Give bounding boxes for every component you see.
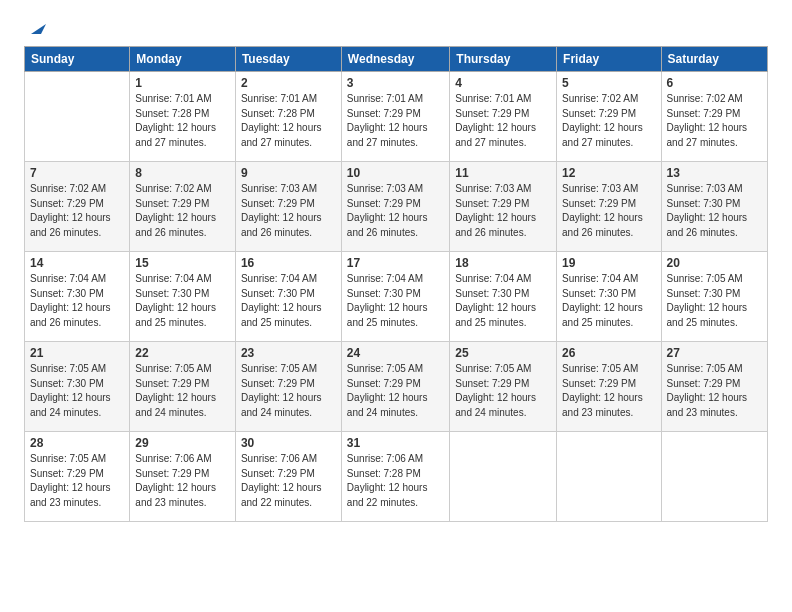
day-number: 1	[135, 76, 230, 90]
day-info: Sunrise: 7:03 AMSunset: 7:29 PMDaylight:…	[455, 182, 551, 240]
day-number: 17	[347, 256, 444, 270]
day-number: 13	[667, 166, 762, 180]
calendar-cell: 29Sunrise: 7:06 AMSunset: 7:29 PMDayligh…	[130, 432, 236, 522]
day-info: Sunrise: 7:01 AMSunset: 7:28 PMDaylight:…	[135, 92, 230, 150]
calendar-table: SundayMondayTuesdayWednesdayThursdayFrid…	[24, 46, 768, 522]
calendar-cell: 26Sunrise: 7:05 AMSunset: 7:29 PMDayligh…	[557, 342, 661, 432]
day-info: Sunrise: 7:05 AMSunset: 7:29 PMDaylight:…	[30, 452, 124, 510]
weekday-header-sunday: Sunday	[25, 47, 130, 72]
day-number: 14	[30, 256, 124, 270]
calendar-cell: 27Sunrise: 7:05 AMSunset: 7:29 PMDayligh…	[661, 342, 767, 432]
calendar-cell: 15Sunrise: 7:04 AMSunset: 7:30 PMDayligh…	[130, 252, 236, 342]
calendar-cell: 25Sunrise: 7:05 AMSunset: 7:29 PMDayligh…	[450, 342, 557, 432]
calendar-cell: 11Sunrise: 7:03 AMSunset: 7:29 PMDayligh…	[450, 162, 557, 252]
calendar-cell: 20Sunrise: 7:05 AMSunset: 7:30 PMDayligh…	[661, 252, 767, 342]
day-info: Sunrise: 7:02 AMSunset: 7:29 PMDaylight:…	[667, 92, 762, 150]
day-info: Sunrise: 7:02 AMSunset: 7:29 PMDaylight:…	[30, 182, 124, 240]
day-info: Sunrise: 7:01 AMSunset: 7:29 PMDaylight:…	[347, 92, 444, 150]
day-number: 24	[347, 346, 444, 360]
calendar-cell: 10Sunrise: 7:03 AMSunset: 7:29 PMDayligh…	[341, 162, 449, 252]
day-info: Sunrise: 7:03 AMSunset: 7:29 PMDaylight:…	[562, 182, 655, 240]
day-number: 4	[455, 76, 551, 90]
day-info: Sunrise: 7:01 AMSunset: 7:28 PMDaylight:…	[241, 92, 336, 150]
svg-marker-0	[31, 24, 46, 34]
day-info: Sunrise: 7:04 AMSunset: 7:30 PMDaylight:…	[241, 272, 336, 330]
day-info: Sunrise: 7:04 AMSunset: 7:30 PMDaylight:…	[135, 272, 230, 330]
day-number: 7	[30, 166, 124, 180]
day-info: Sunrise: 7:04 AMSunset: 7:30 PMDaylight:…	[562, 272, 655, 330]
day-info: Sunrise: 7:06 AMSunset: 7:28 PMDaylight:…	[347, 452, 444, 510]
calendar-cell: 30Sunrise: 7:06 AMSunset: 7:29 PMDayligh…	[235, 432, 341, 522]
weekday-header-thursday: Thursday	[450, 47, 557, 72]
calendar-cell: 31Sunrise: 7:06 AMSunset: 7:28 PMDayligh…	[341, 432, 449, 522]
day-number: 29	[135, 436, 230, 450]
calendar-cell	[450, 432, 557, 522]
calendar-cell	[661, 432, 767, 522]
day-number: 27	[667, 346, 762, 360]
calendar-cell: 7Sunrise: 7:02 AMSunset: 7:29 PMDaylight…	[25, 162, 130, 252]
day-number: 21	[30, 346, 124, 360]
weekday-header-monday: Monday	[130, 47, 236, 72]
day-info: Sunrise: 7:05 AMSunset: 7:29 PMDaylight:…	[347, 362, 444, 420]
calendar-cell: 21Sunrise: 7:05 AMSunset: 7:30 PMDayligh…	[25, 342, 130, 432]
day-info: Sunrise: 7:03 AMSunset: 7:30 PMDaylight:…	[667, 182, 762, 240]
day-number: 26	[562, 346, 655, 360]
day-info: Sunrise: 7:02 AMSunset: 7:29 PMDaylight:…	[135, 182, 230, 240]
calendar-cell: 3Sunrise: 7:01 AMSunset: 7:29 PMDaylight…	[341, 72, 449, 162]
day-info: Sunrise: 7:05 AMSunset: 7:29 PMDaylight:…	[135, 362, 230, 420]
calendar-cell: 1Sunrise: 7:01 AMSunset: 7:28 PMDaylight…	[130, 72, 236, 162]
calendar-cell: 18Sunrise: 7:04 AMSunset: 7:30 PMDayligh…	[450, 252, 557, 342]
day-number: 31	[347, 436, 444, 450]
day-number: 8	[135, 166, 230, 180]
day-number: 18	[455, 256, 551, 270]
day-number: 30	[241, 436, 336, 450]
calendar-cell: 12Sunrise: 7:03 AMSunset: 7:29 PMDayligh…	[557, 162, 661, 252]
day-number: 25	[455, 346, 551, 360]
calendar-cell: 5Sunrise: 7:02 AMSunset: 7:29 PMDaylight…	[557, 72, 661, 162]
day-number: 23	[241, 346, 336, 360]
day-info: Sunrise: 7:05 AMSunset: 7:30 PMDaylight:…	[30, 362, 124, 420]
day-number: 19	[562, 256, 655, 270]
calendar-cell: 22Sunrise: 7:05 AMSunset: 7:29 PMDayligh…	[130, 342, 236, 432]
calendar-cell: 28Sunrise: 7:05 AMSunset: 7:29 PMDayligh…	[25, 432, 130, 522]
day-info: Sunrise: 7:04 AMSunset: 7:30 PMDaylight:…	[455, 272, 551, 330]
calendar-cell: 6Sunrise: 7:02 AMSunset: 7:29 PMDaylight…	[661, 72, 767, 162]
day-info: Sunrise: 7:05 AMSunset: 7:29 PMDaylight:…	[667, 362, 762, 420]
weekday-header-saturday: Saturday	[661, 47, 767, 72]
day-info: Sunrise: 7:04 AMSunset: 7:30 PMDaylight:…	[30, 272, 124, 330]
logo	[24, 20, 46, 36]
calendar-cell: 19Sunrise: 7:04 AMSunset: 7:30 PMDayligh…	[557, 252, 661, 342]
day-number: 2	[241, 76, 336, 90]
day-info: Sunrise: 7:05 AMSunset: 7:29 PMDaylight:…	[241, 362, 336, 420]
day-info: Sunrise: 7:01 AMSunset: 7:29 PMDaylight:…	[455, 92, 551, 150]
day-number: 15	[135, 256, 230, 270]
day-info: Sunrise: 7:04 AMSunset: 7:30 PMDaylight:…	[347, 272, 444, 330]
day-number: 3	[347, 76, 444, 90]
calendar-cell: 4Sunrise: 7:01 AMSunset: 7:29 PMDaylight…	[450, 72, 557, 162]
day-number: 28	[30, 436, 124, 450]
calendar-cell: 23Sunrise: 7:05 AMSunset: 7:29 PMDayligh…	[235, 342, 341, 432]
calendar-cell: 9Sunrise: 7:03 AMSunset: 7:29 PMDaylight…	[235, 162, 341, 252]
page-header	[24, 20, 768, 36]
calendar-cell	[557, 432, 661, 522]
day-info: Sunrise: 7:03 AMSunset: 7:29 PMDaylight:…	[241, 182, 336, 240]
day-number: 22	[135, 346, 230, 360]
calendar-cell: 17Sunrise: 7:04 AMSunset: 7:30 PMDayligh…	[341, 252, 449, 342]
weekday-header-tuesday: Tuesday	[235, 47, 341, 72]
day-number: 6	[667, 76, 762, 90]
day-info: Sunrise: 7:03 AMSunset: 7:29 PMDaylight:…	[347, 182, 444, 240]
calendar-cell: 13Sunrise: 7:03 AMSunset: 7:30 PMDayligh…	[661, 162, 767, 252]
day-number: 5	[562, 76, 655, 90]
weekday-header-wednesday: Wednesday	[341, 47, 449, 72]
day-info: Sunrise: 7:02 AMSunset: 7:29 PMDaylight:…	[562, 92, 655, 150]
day-number: 9	[241, 166, 336, 180]
weekday-header-friday: Friday	[557, 47, 661, 72]
day-number: 20	[667, 256, 762, 270]
calendar-cell: 24Sunrise: 7:05 AMSunset: 7:29 PMDayligh…	[341, 342, 449, 432]
day-info: Sunrise: 7:05 AMSunset: 7:29 PMDaylight:…	[562, 362, 655, 420]
calendar-cell	[25, 72, 130, 162]
day-number: 10	[347, 166, 444, 180]
day-number: 16	[241, 256, 336, 270]
day-number: 12	[562, 166, 655, 180]
calendar-cell: 16Sunrise: 7:04 AMSunset: 7:30 PMDayligh…	[235, 252, 341, 342]
